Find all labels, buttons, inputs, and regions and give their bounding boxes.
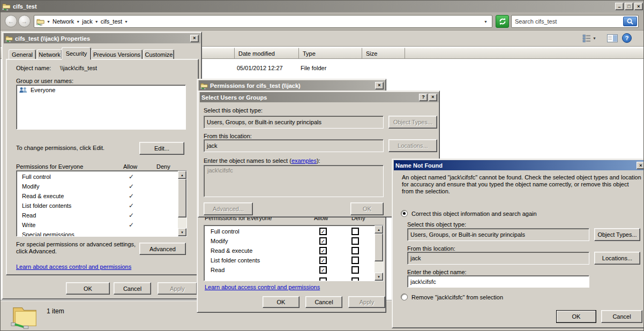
allow-checkbox[interactable]: ✓	[319, 228, 327, 235]
scrollbar[interactable]: ▲ ▼	[178, 171, 186, 236]
permission-row[interactable]: Read	[22, 212, 36, 219]
breadcrumb-jack[interactable]: jack	[82, 18, 93, 25]
advanced-button[interactable]: Advanced...	[204, 202, 253, 215]
search-input[interactable]	[515, 18, 611, 25]
ok-button[interactable]: OK	[350, 202, 384, 215]
breadcrumb-root-dropdown[interactable]: ▼	[44, 20, 53, 24]
apply-button[interactable]: Apply	[348, 296, 385, 308]
scrollbar[interactable]: ▲ ▼	[375, 225, 383, 281]
allow-column-label: Allow	[123, 163, 137, 170]
search-button[interactable]	[623, 17, 637, 26]
permission-row[interactable]: Full control	[211, 228, 239, 235]
views-button[interactable]: ▼	[582, 34, 596, 42]
back-button[interactable]: ←	[5, 15, 17, 27]
scroll-down-button[interactable]: ▼	[375, 273, 383, 281]
forward-button[interactable]: →	[18, 15, 31, 27]
advanced-button[interactable]: Advanced	[139, 243, 186, 255]
deny-checkbox[interactable]	[351, 237, 359, 245]
tab-customize[interactable]: Customize	[144, 49, 174, 59]
object-types-button[interactable]: Object Types...	[594, 228, 640, 241]
locations-button[interactable]: Locations...	[594, 252, 640, 265]
permission-row[interactable]: Modify	[22, 183, 39, 190]
minimize-button[interactable]: –	[615, 3, 624, 10]
scroll-up-button[interactable]: ▲	[178, 171, 186, 179]
permissions-title: Permissions for cifs_test (\\jack)	[210, 82, 301, 89]
permissions-close-button[interactable]: ×	[375, 82, 384, 89]
allow-checkbox[interactable]: ✓	[319, 237, 327, 245]
object-types-button[interactable]: Object Types...	[388, 116, 437, 129]
learn-link[interactable]: Learn about access control and permissio…	[205, 284, 320, 290]
permission-row[interactable]: Write	[22, 222, 35, 228]
context-help-button[interactable]: ?	[419, 94, 428, 101]
permissions-checkbox-list[interactable]: Full control ✓ Modify ✓ Read & execute ✓…	[204, 225, 384, 281]
select-users-close-button[interactable]: ×	[429, 94, 437, 101]
permissions-list[interactable]: Full control ✓ Modify ✓ Read & execute ✓…	[16, 170, 187, 237]
permission-row[interactable]: Full control	[22, 174, 51, 180]
deny-checkbox[interactable]	[351, 257, 359, 264]
allow-checkbox[interactable]: ✓	[319, 247, 327, 254]
location-label: From this location:	[407, 245, 455, 252]
tab-label: Network	[39, 51, 60, 58]
column-header-date-modified[interactable]: Date modified	[235, 48, 299, 59]
file-row-type[interactable]: File folder	[301, 65, 326, 71]
deny-checkbox[interactable]	[351, 266, 359, 274]
ok-button[interactable]: OK	[263, 296, 299, 308]
maximize-button[interactable]: □	[625, 3, 633, 10]
breadcrumb-arrow-icon[interactable]: ▼	[74, 20, 82, 24]
tab-security[interactable]: Security	[62, 47, 91, 59]
edit-button[interactable]: Edit...	[139, 142, 184, 155]
file-row-date[interactable]: 05/01/2012 12:27	[237, 65, 283, 71]
ok-button[interactable]: OK	[66, 282, 110, 295]
deny-checkbox-clipped[interactable]	[351, 277, 359, 281]
refresh-button[interactable]	[496, 15, 509, 28]
allow-checkbox[interactable]: ✓	[319, 266, 327, 274]
scroll-up-button[interactable]: ▲	[375, 225, 383, 234]
cancel-button[interactable]: Cancel	[114, 282, 151, 295]
permission-row[interactable]: Read & execute	[211, 247, 252, 254]
allow-checkbox-clipped[interactable]	[319, 277, 327, 281]
radio-remove[interactable]	[401, 294, 408, 300]
permission-row[interactable]: Read	[211, 267, 224, 273]
ok-label: OK	[277, 299, 286, 305]
preview-pane-button[interactable]	[607, 34, 618, 43]
apply-button[interactable]: Apply	[158, 282, 197, 295]
name-not-found-close-button[interactable]: ×	[636, 162, 644, 169]
scrollbar-thumb[interactable]	[375, 234, 383, 261]
examples-link[interactable]: examples	[291, 157, 317, 164]
close-icon: ×	[193, 36, 196, 41]
radio-correct-search[interactable]	[401, 210, 408, 217]
cancel-button[interactable]: Cancel	[305, 296, 342, 308]
permission-row[interactable]: List folder contents	[211, 257, 260, 264]
deny-checkbox[interactable]	[351, 247, 359, 254]
breadcrumb-arrow-icon[interactable]: ▼	[93, 20, 101, 24]
group-list[interactable]: Everyone	[16, 85, 186, 130]
tab-previous-versions[interactable]: Previous Versions	[91, 49, 143, 59]
breadcrumb-network[interactable]: Network	[53, 18, 74, 25]
cancel-button[interactable]: Cancel	[601, 310, 642, 323]
breadcrumb-arrow-icon[interactable]: ▼	[122, 20, 130, 24]
object-names-textarea[interactable]: jack\cifsfc	[204, 165, 384, 197]
permission-row[interactable]: Read & execute	[22, 193, 64, 199]
address-bar[interactable]: ▼ Network ▼ jack ▼ cifs_test ▼ ▼	[34, 15, 492, 28]
column-header-size[interactable]: Size	[362, 48, 405, 59]
address-history-dropdown[interactable]: ▼	[482, 20, 490, 24]
allow-checkbox[interactable]: ✓	[319, 257, 327, 264]
permission-row[interactable]: Modify	[211, 238, 228, 244]
breadcrumb-cifs-test[interactable]: cifs_test	[101, 18, 122, 25]
ok-button[interactable]: OK	[556, 310, 596, 323]
object-name-input[interactable]	[408, 279, 589, 285]
properties-close-button[interactable]: ×	[190, 35, 199, 42]
deny-checkbox[interactable]	[351, 228, 359, 235]
column-header-type[interactable]: Type	[299, 48, 362, 59]
permission-row[interactable]: Special permissions	[22, 231, 74, 237]
group-list-item-everyone[interactable]: Everyone	[17, 85, 185, 95]
learn-link[interactable]: Learn about access control and permissio…	[16, 264, 131, 270]
tab-network[interactable]: Network	[37, 49, 62, 59]
help-button[interactable]: ?	[622, 33, 632, 43]
permission-row[interactable]: List folder contents	[22, 202, 71, 209]
scrollbar-thumb[interactable]	[178, 179, 186, 217]
tab-general[interactable]: General	[9, 49, 36, 59]
close-button[interactable]: ×	[634, 3, 643, 10]
scroll-down-button[interactable]: ▼	[178, 228, 186, 236]
locations-button[interactable]: Locations...	[388, 139, 437, 152]
